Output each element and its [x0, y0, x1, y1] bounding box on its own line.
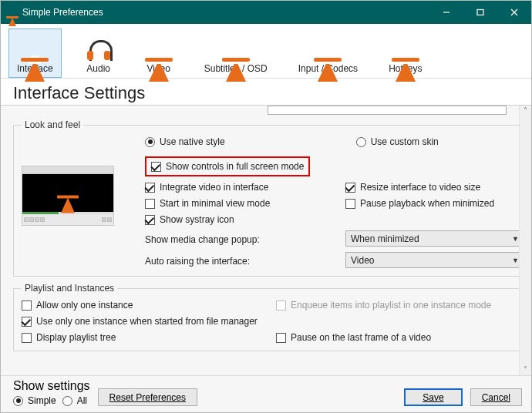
radio-label: Use custom skin [371, 136, 439, 147]
close-button[interactable] [497, 1, 531, 24]
tab-input-codecs[interactable]: Input / Codecs [290, 29, 366, 78]
category-tabs: Interface Audio Video Subtitles / OSD In… [1, 24, 531, 79]
scroll-down-icon: ˅ [524, 366, 527, 374]
radio-native-style[interactable]: Use native style [145, 136, 225, 147]
highlight-box: Show controls in full screen mode [145, 156, 310, 176]
svg-rect-1 [477, 10, 483, 15]
check-label: Allow only one instance [36, 300, 133, 311]
button-label: Save [423, 392, 443, 403]
checkbox-icon [276, 301, 286, 311]
radio-icon [62, 396, 72, 406]
checkbox-icon [22, 301, 32, 311]
check-label: Start in minimal view mode [160, 198, 270, 209]
radio-label: All [77, 395, 87, 406]
check-show-controls-fullscreen[interactable]: Show controls in full screen mode [151, 161, 304, 172]
tab-audio[interactable]: Audio [76, 29, 122, 78]
cropped-dropdown[interactable] [268, 106, 507, 115]
tab-interface[interactable]: Interface [8, 29, 62, 78]
cone-icon [318, 32, 338, 60]
check-enqueue-one-instance: Enqueue items into playlist in one insta… [276, 300, 519, 311]
cone-icon [149, 32, 169, 60]
check-label: Show systray icon [160, 214, 234, 225]
cone-icon [396, 32, 416, 60]
group-legend: Playlist and Instances [22, 283, 117, 294]
show-settings-group: Show settings Simple All [13, 379, 90, 406]
dropdown-media-change-popup[interactable]: When minimized ▼ [345, 230, 519, 247]
radio-label: Simple [28, 395, 56, 406]
window-controls [429, 1, 531, 24]
headphones-icon [87, 32, 110, 60]
vertical-scrollbar[interactable]: ˄ ˅ [519, 106, 531, 375]
check-label: Pause on the last frame of a video [291, 332, 431, 343]
label-auto-raise: Auto raising the interface: [145, 254, 338, 267]
titlebar: Simple Preferences [1, 1, 531, 24]
cone-icon [226, 32, 246, 60]
cancel-button[interactable]: Cancel [470, 388, 522, 406]
group-legend: Look and feel [22, 119, 83, 130]
check-label: Display playlist tree [36, 332, 116, 343]
check-pause-minimized[interactable]: Pause playback when minimized [345, 198, 519, 209]
radio-show-simple[interactable]: Simple [13, 395, 56, 406]
check-label: Resize interface to video size [360, 182, 480, 193]
group-look-and-feel: Look and feel Use native style Use custo… [13, 119, 519, 277]
check-label: Pause playback when minimized [360, 198, 494, 209]
checkbox-icon [345, 199, 355, 209]
dropdown-value: Video [351, 255, 374, 266]
dropdown-auto-raise[interactable]: Video ▼ [345, 252, 519, 268]
check-label: Enqueue items into playlist in one insta… [291, 300, 491, 311]
scroll-up-icon: ˄ [524, 107, 527, 115]
settings-body: Look and feel Use native style Use custo… [1, 106, 531, 375]
tab-hotkeys[interactable]: Hotkeys [380, 29, 430, 78]
button-label: Reset Preferences [109, 392, 186, 403]
checkbox-icon [145, 215, 155, 225]
settings-scroll-area: Look and feel Use native style Use custo… [1, 106, 519, 375]
radio-custom-skin[interactable]: Use custom skin [356, 136, 439, 147]
preferences-window: Simple Preferences Interface Audio [0, 0, 532, 413]
chevron-down-icon: ▼ [512, 235, 519, 243]
check-start-minimal[interactable]: Start in minimal view mode [145, 198, 338, 209]
maximize-button[interactable] [463, 1, 497, 24]
check-integrate-video[interactable]: Integrate video in interface [145, 182, 338, 193]
cropped-dropdown-row [13, 106, 514, 115]
minimize-button[interactable] [429, 1, 463, 24]
checkbox-icon [345, 183, 355, 193]
button-label: Cancel [482, 392, 510, 403]
cone-icon [25, 32, 45, 60]
reset-preferences-button[interactable]: Reset Preferences [98, 388, 197, 406]
radio-show-all[interactable]: All [62, 395, 87, 406]
save-button[interactable]: Save [404, 388, 462, 406]
show-settings-label: Show settings [13, 379, 90, 393]
check-pause-last-frame[interactable]: Pause on the last frame of a video [276, 332, 519, 343]
tab-video[interactable]: Video [136, 29, 182, 78]
checkbox-icon [145, 199, 155, 209]
interface-preview-thumbnail [22, 166, 137, 226]
radio-label: Use native style [160, 136, 225, 147]
check-allow-one-instance[interactable]: Allow only one instance [22, 300, 268, 311]
chevron-down-icon: ▼ [512, 257, 519, 264]
radio-icon [145, 137, 155, 147]
check-label: Integrate video in interface [160, 182, 268, 193]
app-icon [7, 7, 18, 18]
checkbox-icon [145, 183, 155, 193]
check-label: Use only one instance when started from … [36, 316, 258, 327]
checkbox-icon [151, 162, 161, 172]
tab-label: Audio [86, 63, 110, 74]
window-title: Simple Preferences [22, 7, 429, 18]
tab-subtitles-osd[interactable]: Subtitles / OSD [196, 29, 276, 78]
group-playlist-instances: Playlist and Instances Allow only one in… [13, 283, 519, 351]
check-show-systray[interactable]: Show systray icon [145, 214, 338, 225]
radio-icon [356, 137, 366, 147]
checkbox-icon [22, 333, 32, 343]
check-one-instance-file-manager[interactable]: Use only one instance when started from … [22, 316, 519, 327]
dropdown-value: When minimized [351, 233, 419, 244]
page-title: Interface Settings [1, 79, 531, 106]
check-resize-interface[interactable]: Resize interface to video size [345, 182, 519, 193]
checkbox-icon [22, 317, 32, 327]
check-display-playlist-tree[interactable]: Display playlist tree [22, 332, 268, 343]
checkbox-icon [276, 333, 286, 343]
footer: Show settings Simple All Reset Preferenc… [1, 375, 531, 412]
label-media-change-popup: Show media change popup: [145, 233, 338, 245]
radio-icon [13, 396, 23, 406]
check-label: Show controls in full screen mode [166, 161, 304, 172]
